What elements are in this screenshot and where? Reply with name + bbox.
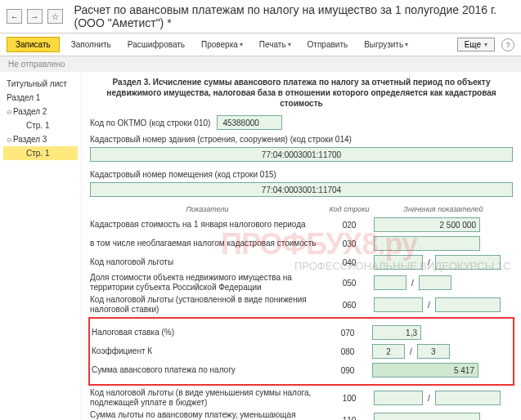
- row-080-code: 080: [323, 347, 372, 356]
- highlighted-section: Налоговая ставка (%) 070 1,3 Коэффициент…: [88, 317, 514, 386]
- nav-forward[interactable]: →: [27, 9, 43, 24]
- row-110-value[interactable]: [374, 413, 480, 420]
- row-050-code: 050: [325, 279, 374, 288]
- nav-star[interactable]: ☆: [47, 9, 63, 24]
- row-070-code: 070: [323, 328, 372, 337]
- row-040-v2[interactable]: [435, 255, 501, 270]
- decode-button[interactable]: Расшифровать: [123, 38, 190, 51]
- row-080-label: Коэффициент К: [92, 346, 323, 356]
- sidebar-item-section2[interactable]: ⊖Раздел 2: [3, 105, 78, 118]
- row-060-label: Код налоговой льготы (установленной в ви…: [90, 295, 325, 315]
- content-area: ПРОФБУХ8.ру ПРОФЕССИОНАЛЬНЫЕ ВИДЕОКУРСЫ …: [82, 72, 521, 420]
- oktmo-label: Код по ОКТМО (код строки 010): [90, 118, 210, 127]
- row-050-v1[interactable]: [374, 275, 406, 290]
- row-020-code: 020: [325, 221, 374, 230]
- row-070-label: Налоговая ставка (%): [92, 328, 323, 337]
- row-090-label: Сумма авансового платежа по налогу: [92, 365, 323, 375]
- row-080-v1[interactable]: 2: [372, 344, 405, 359]
- col-indicators: Показатели: [90, 205, 325, 213]
- kad-room-label: Кадастровый номер помещения (код строки …: [90, 170, 513, 179]
- row-090-value[interactable]: 5 417: [372, 363, 478, 378]
- row-060-v1[interactable]: [374, 297, 423, 312]
- row-020-value[interactable]: 2 500 000: [374, 217, 480, 232]
- row-100-label: Код налоговой льготы (в виде уменьшения …: [90, 388, 325, 408]
- fill-button[interactable]: Заполнить: [66, 38, 116, 51]
- row-030-code: 030: [325, 239, 374, 248]
- row-030-label: в том числе необлагаемая налогом кадастр…: [90, 239, 325, 248]
- kad-room-value[interactable]: 77:04:0003001:11704: [90, 182, 513, 197]
- row-060-code: 060: [325, 301, 374, 310]
- kad-building-value[interactable]: 77:04:0003001:11700: [90, 147, 513, 162]
- row-110-code: 110: [325, 416, 374, 421]
- nav-back[interactable]: ←: [7, 9, 22, 24]
- row-070-value[interactable]: 1,3: [372, 325, 421, 340]
- row-050-label: Доля стоимости объекта недвижимого имуще…: [90, 273, 325, 293]
- row-040-code: 040: [325, 258, 374, 267]
- collapse-icon: ⊖: [7, 136, 13, 144]
- row-080-v2[interactable]: 3: [417, 344, 450, 359]
- row-110-label: Сумма льготы по авансовому платежу, умен…: [90, 410, 325, 420]
- row-040-label: Код налоговой льготы: [90, 257, 325, 267]
- sidebar-item-section2-page1[interactable]: Стр. 1: [3, 118, 78, 132]
- sidebar-item-section3-page1[interactable]: Стр. 1: [3, 146, 78, 160]
- row-060-v2[interactable]: [435, 297, 501, 312]
- sidebar-item-section3[interactable]: ⊖Раздел 3: [3, 132, 78, 146]
- row-100-code: 100: [325, 394, 374, 403]
- section-title: Раздел 3. Исчисление суммы авансового пл…: [90, 77, 513, 109]
- row-050-v2[interactable]: [419, 275, 451, 290]
- check-button[interactable]: Проверка▾: [196, 38, 248, 51]
- col-values: Значения показателей: [374, 205, 513, 213]
- save-button[interactable]: Записать: [7, 37, 60, 52]
- sidebar-item-title-page[interactable]: Титульный лист: [3, 77, 78, 91]
- row-090-code: 090: [323, 366, 372, 375]
- send-button[interactable]: Отправить: [303, 38, 353, 51]
- row-030-value[interactable]: [374, 236, 480, 251]
- row-100-v1[interactable]: [374, 391, 423, 405]
- more-button[interactable]: Еще▾: [457, 38, 495, 51]
- upload-button[interactable]: Выгрузить▾: [359, 38, 413, 51]
- row-020-label: Кадастровая стоимость на 1 января налого…: [90, 220, 325, 230]
- col-code: Код строки: [325, 205, 374, 213]
- page-title: Расчет по авансовым платежам по налогу н…: [74, 3, 514, 29]
- status-bar: Не отправлено: [0, 56, 521, 72]
- collapse-icon: ⊖: [7, 109, 13, 116]
- print-button[interactable]: Печать▾: [254, 38, 296, 51]
- sidebar: Титульный лист Раздел 1 ⊖Раздел 2 Стр. 1…: [0, 72, 82, 420]
- sidebar-item-section1[interactable]: Раздел 1: [3, 91, 78, 105]
- kad-building-label: Кадастровый номер здания (строения, соор…: [90, 135, 513, 144]
- row-040-v1[interactable]: [374, 255, 423, 270]
- row-100-v2[interactable]: [435, 391, 501, 405]
- help-icon[interactable]: ?: [501, 38, 514, 51]
- oktmo-value[interactable]: 45388000: [217, 115, 282, 130]
